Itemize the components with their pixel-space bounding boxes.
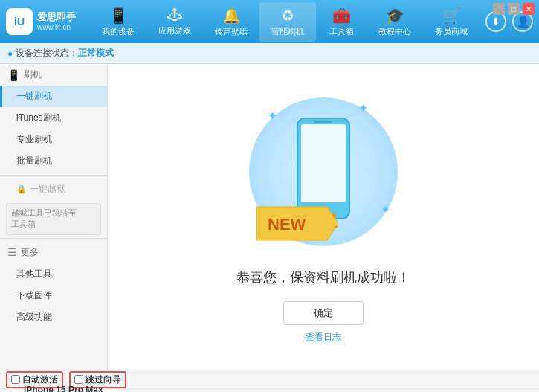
sparkle-icon-3: ✦ (381, 202, 390, 216)
sidebar-item-download-fw[interactable]: 下载固件 (0, 285, 107, 306)
svg-rect-3 (314, 121, 332, 123)
more-section-label: 更多 (21, 246, 39, 259)
svg-text:✦: ✦ (334, 224, 339, 231)
new-ribbon: NEW ★ ✦ (256, 203, 346, 246)
sparkle-icon-2: ✦ (358, 101, 368, 115)
nav-my-device[interactable]: 📱 我的设备 (90, 2, 146, 42)
sidebar-item-advanced[interactable]: 高级功能 (0, 306, 107, 328)
device-name: iPhone 15 Pro Max (24, 385, 103, 392)
tutorial-icon: 🎓 (386, 7, 404, 25)
brand-url: www.i4.cn (37, 23, 76, 32)
auto-activate-checkbox[interactable] (11, 375, 20, 384)
brand-name: 爱思即手 (37, 11, 76, 23)
status-prefix: ● (7, 48, 13, 59)
sidebar-item-itunes-flash[interactable]: iTunes刷机 (0, 107, 107, 129)
sidebar: 📱 刷机 一键刷机 iTunes刷机 专业刷机 批量刷机 🔒 一键越狱 越狱工具 (0, 64, 108, 370)
view-log-link[interactable]: 查看日志 (306, 331, 341, 344)
sidebar-more-header: ☰ 更多 (0, 242, 107, 263)
svg-text:★: ★ (331, 211, 338, 219)
nav-smart-flash[interactable]: ♻ 智能刷机 (259, 2, 316, 42)
toolbox-icon: 🧰 (332, 7, 351, 25)
sidebar-item-one-key-flash[interactable]: 一键刷机 (0, 86, 107, 107)
smart-flash-icon: ♻ (281, 7, 294, 25)
sidebar-disabled-jailbreak: 🔒 一键越狱 (0, 179, 107, 200)
status-text: 正常模式 (78, 47, 114, 60)
minimize-button[interactable]: — (493, 3, 505, 15)
sidebar-item-batch-flash[interactable]: 批量刷机 (0, 150, 107, 172)
svg-text:NEW: NEW (268, 215, 306, 234)
sidebar-item-other-tools[interactable]: 其他工具 (0, 263, 107, 285)
nav-app-games[interactable]: 🕹 应用游戏 (146, 2, 203, 42)
lock-icon: 🔒 (16, 184, 27, 194)
maximize-button[interactable]: □ (508, 3, 520, 15)
ringtone-icon: 🔔 (222, 7, 241, 25)
sub-header-prefix: 设备连接状态： (16, 47, 78, 60)
nav-store[interactable]: 🛒 务员商城 (423, 2, 480, 42)
sidebar-warning-text: 越狱工具已跳转至工具箱 (6, 203, 101, 235)
app-header: iU 爱思即手 www.i4.cn 📱 我的设备 🕹 应用游戏 🔔 铃声壁纸 ♻ (0, 0, 539, 43)
main-content: NEW ★ ✦ ✦ ✦ ✦ 恭喜您，保资料刷机成功啦！ 确定 查看日志 (108, 64, 539, 370)
success-message: 恭喜您，保资料刷机成功啦！ (236, 269, 410, 286)
nav-bar: 📱 我的设备 🕹 应用游戏 🔔 铃声壁纸 ♻ 智能刷机 🧰 工具箱 🎓 教 (84, 2, 485, 42)
nav-tutorial[interactable]: 🎓 教程中心 (367, 2, 423, 42)
main-layout: 📱 刷机 一键刷机 iTunes刷机 专业刷机 批量刷机 🔒 一键越狱 越狱工具 (0, 64, 539, 370)
app-games-icon: 🕹 (167, 7, 182, 24)
store-icon: 🛒 (442, 7, 461, 25)
sparkle-icon-1: ✦ (268, 109, 277, 123)
close-button[interactable]: ✕ (523, 3, 535, 15)
my-device-icon: 📱 (109, 7, 128, 25)
nav-toolbox[interactable]: 🧰 工具箱 (316, 2, 367, 42)
sub-header: ● 设备连接状态： 正常模式 (0, 43, 539, 64)
flash-section-label: 刷机 (24, 68, 42, 81)
sidebar-divider-2 (0, 238, 107, 239)
flash-section-icon: 📱 (7, 69, 20, 81)
nav-ringtone[interactable]: 🔔 铃声壁纸 (203, 2, 259, 42)
app-logo: iU 爱思即手 www.i4.cn (6, 8, 77, 35)
more-section-icon: ☰ (7, 246, 17, 258)
sidebar-flash-header: 📱 刷机 (0, 64, 107, 86)
skip-guide-checkbox[interactable] (74, 375, 83, 384)
sidebar-item-pro-flash[interactable]: 专业刷机 (0, 129, 107, 150)
logo-icon: iU (6, 8, 33, 35)
illustration: NEW ★ ✦ ✦ ✦ ✦ (242, 90, 405, 254)
sidebar-divider-1 (0, 175, 107, 176)
svg-rect-1 (301, 124, 346, 202)
device-info: 📱 iPhone 15 Pro Max 512GB iPhone (6, 385, 103, 392)
confirm-button[interactable]: 确定 (283, 301, 364, 325)
